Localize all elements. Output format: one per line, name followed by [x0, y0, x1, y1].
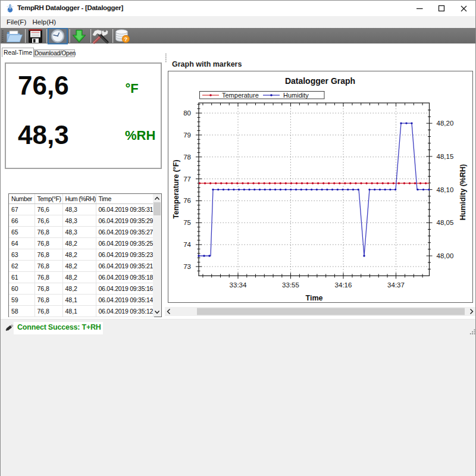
svg-text:80: 80 [183, 109, 191, 117]
svg-text:77: 77 [183, 176, 191, 183]
svg-text:48,05: 48,05 [437, 219, 454, 226]
svg-text:33:55: 33:55 [282, 281, 299, 289]
svg-text:Humidity (%RH): Humidity (%RH) [459, 164, 467, 220]
svg-text:Time: Time [306, 294, 323, 302]
svg-text:78: 78 [183, 154, 191, 161]
svg-text:?: ? [124, 36, 128, 42]
svg-text:48,10: 48,10 [437, 186, 454, 193]
svg-text:33:34: 33:34 [230, 281, 247, 289]
svg-text:34:16: 34:16 [335, 281, 352, 289]
svg-text:Temperature: Temperature [222, 92, 259, 99]
svg-text:34:37: 34:37 [387, 281, 405, 289]
svg-text:Humidity: Humidity [283, 92, 309, 99]
svg-text:79: 79 [183, 131, 191, 139]
svg-text:Datalogger Graph: Datalogger Graph [285, 76, 355, 86]
svg-text:48,15: 48,15 [437, 153, 454, 160]
svg-text:48,00: 48,00 [437, 252, 454, 259]
svg-text:73: 73 [183, 263, 191, 270]
svg-text:Temperature (°F): Temperature (°F) [172, 159, 180, 218]
svg-text:48,20: 48,20 [437, 120, 454, 127]
svg-text:75: 75 [183, 219, 191, 226]
svg-text:74: 74 [183, 241, 191, 248]
svg-text:76: 76 [183, 197, 191, 204]
svg-text:Graph with markers: Graph with markers [172, 60, 242, 68]
